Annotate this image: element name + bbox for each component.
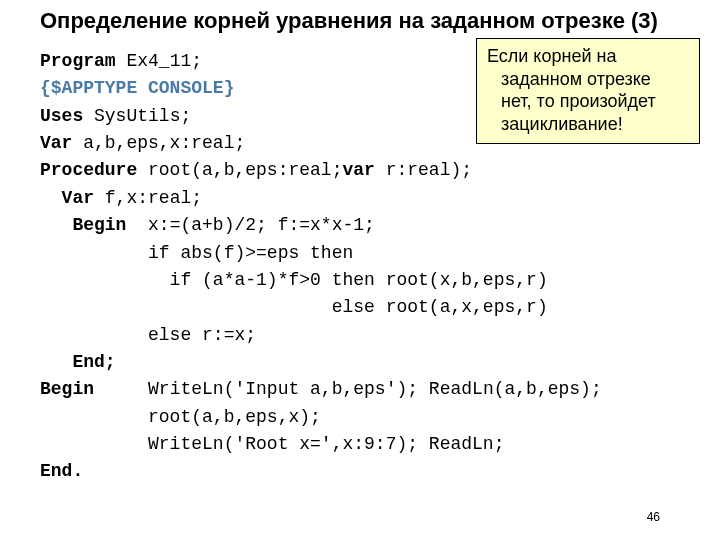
kw-begin2: Begin: [40, 379, 94, 399]
callout-line: зацикливание!: [487, 113, 689, 136]
kw-end2: End.: [40, 461, 83, 481]
code-line: WriteLn('Root x=',x:9:7); ReadLn;: [40, 434, 504, 454]
directive: {$APPTYPE CONSOLE}: [40, 78, 234, 98]
kw-var3: Var: [40, 188, 94, 208]
kw-var2: var: [342, 160, 374, 180]
kw-program: Program: [40, 51, 116, 71]
kw-var: Var: [40, 133, 72, 153]
slide: Определение корней уравнения на заданном…: [0, 0, 720, 540]
code-text: WriteLn('Input a,b,eps'); ReadLn(a,b,eps…: [94, 379, 602, 399]
kw-end: End;: [40, 352, 116, 372]
callout-line: Если корней на: [487, 46, 616, 66]
code-text: SysUtils;: [83, 106, 191, 126]
note-callout: Если корней на заданном отрезке нет, то …: [476, 38, 700, 144]
callout-line: нет, то произойдет: [487, 90, 689, 113]
code-text: x:=(a+b)/2; f:=x*x-1;: [126, 215, 374, 235]
code-text: Ex4_11;: [116, 51, 202, 71]
code-line: root(a,b,eps,x);: [40, 407, 321, 427]
slide-title: Определение корней уравнения на заданном…: [40, 8, 658, 34]
code-text: root(a,b,eps:real;: [137, 160, 342, 180]
page-number: 46: [647, 510, 660, 524]
code-text: r:real);: [375, 160, 472, 180]
code-line: else r:=x;: [40, 325, 256, 345]
code-line: if (a*a-1)*f>0 then root(x,b,eps,r): [40, 270, 548, 290]
kw-uses: Uses: [40, 106, 83, 126]
code-line: else root(a,x,eps,r): [40, 297, 548, 317]
kw-begin: Begin: [40, 215, 126, 235]
code-text: a,b,eps,x:real;: [72, 133, 245, 153]
kw-procedure: Procedure: [40, 160, 137, 180]
code-line: if abs(f)>=eps then: [40, 243, 353, 263]
code-text: f,x:real;: [94, 188, 202, 208]
callout-line: заданном отрезке: [487, 68, 689, 91]
